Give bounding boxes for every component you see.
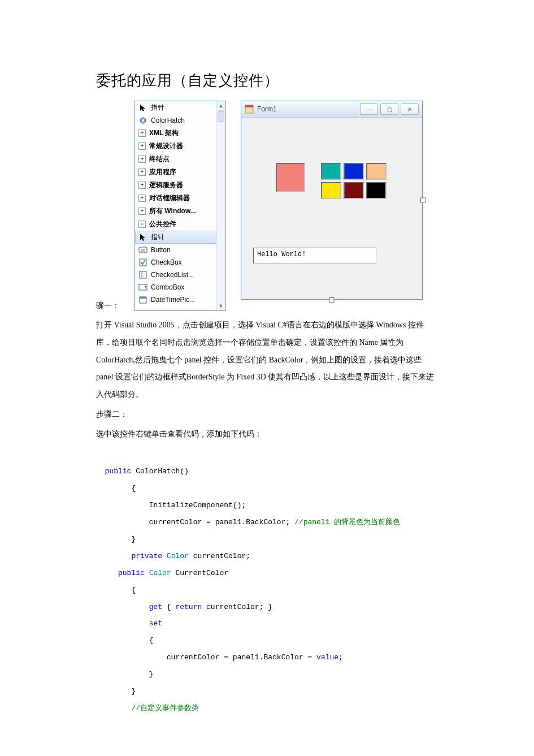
svg-rect-7 bbox=[141, 275, 142, 277]
figure-row: 骤一： ▲ ▼ 指针 ColorHatch + XML 架构 bbox=[96, 101, 438, 311]
large-color-panel[interactable] bbox=[276, 163, 305, 192]
paragraph-step2: 步骤二： bbox=[96, 406, 438, 424]
form-icon bbox=[245, 105, 254, 114]
button-icon: ab bbox=[138, 245, 147, 254]
toolbox-item-label: XML 架构 bbox=[149, 128, 179, 138]
svg-rect-6 bbox=[141, 273, 142, 274]
combobox-icon bbox=[138, 283, 147, 292]
minimize-button[interactable]: — bbox=[360, 103, 378, 115]
toolbox-list: 指针 ColorHatch + XML 架构 + 常规设计器 + 终结点 bbox=[135, 101, 216, 310]
form-body[interactable]: Hello World! bbox=[242, 118, 422, 299]
color-swatch-4[interactable] bbox=[321, 182, 341, 199]
toolbox-group-app[interactable]: + 应用程序 bbox=[135, 166, 216, 179]
toolbox-item-label: DateTimePic... bbox=[151, 296, 195, 304]
toolbox-group-endpoint[interactable]: + 终结点 bbox=[135, 153, 216, 166]
gear-icon bbox=[138, 116, 147, 125]
toolbox-item-label: 常规设计器 bbox=[149, 141, 183, 151]
toolbox-scrollbar[interactable]: ▲ ▼ bbox=[216, 101, 225, 310]
toolbox-item-combobox[interactable]: ComboBox bbox=[135, 281, 216, 293]
toolbox-group-dialog[interactable]: + 对话框编辑器 bbox=[135, 192, 216, 205]
svg-rect-12 bbox=[245, 105, 253, 107]
page-title: 委托的应用（自定义控件） bbox=[96, 71, 438, 90]
color-swatch-1[interactable] bbox=[321, 163, 341, 180]
pointer-icon bbox=[138, 103, 147, 113]
paragraph-2: 选中该控件右键单击查看代码，添加如下代码： bbox=[96, 426, 438, 443]
form-titlebar[interactable]: Form1 — ▢ ✕ bbox=[241, 101, 422, 118]
form-title-text: Form1 bbox=[257, 105, 277, 113]
toolbox-item-label: 对话框编辑器 bbox=[149, 193, 190, 203]
expand-icon[interactable]: + bbox=[138, 142, 146, 150]
scroll-down-icon[interactable]: ▼ bbox=[216, 301, 225, 310]
close-button[interactable]: ✕ bbox=[401, 103, 419, 115]
svg-point-1 bbox=[142, 119, 144, 122]
step-one-label: 骤一： bbox=[96, 301, 120, 311]
toolbox-group-window[interactable]: + 所有 Window... bbox=[135, 205, 216, 218]
toolbox-item-label: 指针 bbox=[151, 103, 164, 113]
color-swatch-5[interactable] bbox=[344, 182, 364, 199]
toolbox-item-label: CheckBox bbox=[151, 258, 182, 266]
toolbox-item-datetimepicker[interactable]: DateTimePic... bbox=[135, 293, 216, 306]
color-swatch-6[interactable] bbox=[366, 182, 387, 199]
resize-handle-right[interactable] bbox=[420, 198, 426, 203]
toolbox-item-checkbox[interactable]: CheckBox bbox=[135, 256, 216, 269]
expand-icon[interactable]: + bbox=[138, 195, 146, 202]
toolbox-item-label: ColorHatch bbox=[151, 116, 185, 124]
pointer-icon bbox=[138, 233, 147, 242]
toolbox-group-xml[interactable]: + XML 架构 bbox=[135, 127, 216, 140]
minimize-icon: — bbox=[366, 106, 372, 113]
checkedlist-icon bbox=[138, 270, 147, 279]
toolbox-item-pointer-selected[interactable]: 指针 bbox=[135, 231, 216, 244]
svg-text:ab: ab bbox=[141, 248, 145, 252]
toolbox-item-label: 公共控件 bbox=[149, 219, 176, 229]
maximize-icon: ▢ bbox=[387, 106, 392, 113]
maximize-button[interactable]: ▢ bbox=[380, 103, 398, 115]
toolbox-group-designer[interactable]: + 常规设计器 bbox=[135, 140, 216, 153]
scroll-thumb[interactable] bbox=[218, 111, 224, 122]
expand-icon[interactable]: + bbox=[138, 129, 146, 137]
collapse-icon[interactable]: − bbox=[138, 221, 146, 228]
expand-icon[interactable]: + bbox=[138, 208, 146, 215]
form-designer: Form1 — ▢ ✕ bbox=[241, 101, 423, 300]
checkbox-icon bbox=[138, 258, 147, 267]
svg-rect-10 bbox=[140, 297, 146, 299]
toolbox-panel: ▲ ▼ 指针 ColorHatch + XML 架构 + bbox=[134, 101, 226, 311]
toolbox-item-label: 应用程序 bbox=[149, 167, 176, 177]
form-window[interactable]: Form1 — ▢ ✕ bbox=[241, 101, 423, 300]
expand-icon[interactable]: + bbox=[138, 169, 146, 176]
toolbox-item-label: 指针 bbox=[151, 232, 164, 242]
toolbox-item-label: 终结点 bbox=[149, 154, 170, 164]
calendar-icon bbox=[138, 295, 147, 304]
hello-textbox[interactable]: Hello World! bbox=[253, 248, 376, 263]
expand-icon[interactable]: + bbox=[138, 182, 146, 189]
close-icon: ✕ bbox=[407, 106, 412, 113]
code-block: public ColorHatch() { InitializeComponen… bbox=[96, 447, 438, 717]
color-swatch-3[interactable] bbox=[366, 163, 387, 180]
expand-icon[interactable]: + bbox=[138, 155, 146, 163]
toolbox-item-label: 逻辑服务器 bbox=[149, 180, 183, 190]
toolbox-item-colorhatch[interactable]: ColorHatch bbox=[135, 114, 216, 127]
color-swatch-large[interactable] bbox=[276, 163, 305, 192]
paragraph-1: 打开 Visual Studio 2005，点击创建项目，选择 Visual C… bbox=[96, 317, 438, 404]
color-swatch-2[interactable] bbox=[344, 163, 364, 180]
toolbox-item-label: CheckedList... bbox=[151, 271, 194, 279]
toolbox-item-label: Button bbox=[151, 246, 171, 254]
toolbox-group-logic[interactable]: + 逻辑服务器 bbox=[135, 179, 216, 192]
toolbox-group-common[interactable]: − 公共控件 bbox=[135, 218, 216, 231]
resize-handle-bottom[interactable] bbox=[329, 297, 335, 303]
svg-rect-5 bbox=[140, 271, 146, 278]
small-color-grid bbox=[321, 163, 387, 199]
toolbox-item-pointer[interactable]: 指针 bbox=[135, 101, 216, 114]
toolbox-item-label: 所有 Window... bbox=[149, 206, 196, 216]
toolbox-item-label: ComboBox bbox=[151, 283, 184, 291]
toolbox-item-button[interactable]: ab Button bbox=[135, 244, 216, 256]
scroll-up-icon[interactable]: ▲ bbox=[216, 101, 225, 111]
toolbox-item-checkedlist[interactable]: CheckedList... bbox=[135, 269, 216, 281]
